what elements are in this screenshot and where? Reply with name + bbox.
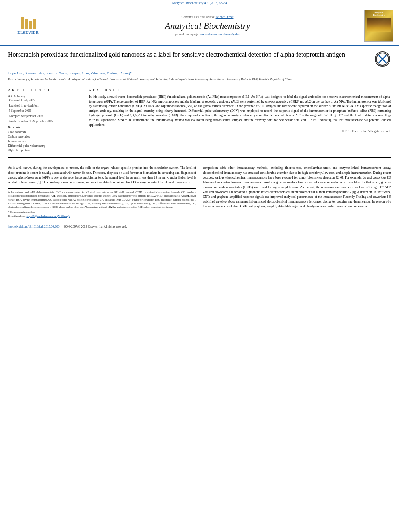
divider-2 <box>8 157 391 158</box>
homepage-label: journal homepage: <box>175 33 199 36</box>
logo-bar-4 <box>33 19 36 29</box>
main-col-right: comparison with other immunoassay method… <box>203 166 391 218</box>
crossmark-icon: CrossMark <box>375 51 390 67</box>
header-center: Contents lists available at ScienceDirec… <box>56 10 359 42</box>
divider-1 <box>8 85 391 85</box>
received-date: Received 1 July 2015 <box>9 99 82 102</box>
elsevier-text: ELSEVIER <box>17 31 39 35</box>
abstract-column: A B S T R A C T In this study, a novel t… <box>89 88 391 152</box>
journal-homepage: journal homepage: www.elsevier.com/locat… <box>175 33 240 36</box>
corresponding-note: * Corresponding author. <box>8 210 196 214</box>
crossmark: CrossMark <box>375 51 391 68</box>
elsevier-logo: ELSEVIER <box>8 15 48 37</box>
history-label: Article history: <box>8 94 82 98</box>
cover-title: AnalyticalBiochemistry <box>373 12 385 16</box>
main-col-left: As is well known, during the development… <box>8 166 196 218</box>
journal-citation: Analytical Biochemistry 491 (2015) 58–64 <box>172 1 227 5</box>
contents-label: Contents lists available at <box>182 15 215 19</box>
header-left: ELSEVIER <box>4 10 52 42</box>
sciencedirect-link[interactable]: ScienceDirect <box>216 15 234 19</box>
article-title-row: Horseradish peroxidase functionalized go… <box>8 51 391 68</box>
article-title: Horseradish peroxidase functionalized go… <box>8 51 371 59</box>
email-link[interactable]: zhyz65@mail.ahnu.edu.cn (Y. Zhang). <box>27 214 70 218</box>
page: Analytical Biochemistry 491 (2015) 58–64… <box>0 0 399 532</box>
email-note: E-mail address: zhyz65@mail.ahnu.edu.cn … <box>8 214 196 218</box>
accepted-date: Accepted 8 September 2015 <box>9 114 82 118</box>
keyword-4: Differential pulse voltammetry <box>8 144 82 148</box>
revised-form-label: Received in revised form <box>9 104 82 107</box>
authors: Jinjin Guo, Xiaowei Han, Junchun Wang, J… <box>8 71 391 76</box>
keyword-5: Alpha-fetoprotein <box>8 148 82 152</box>
abstract-text: In this study, a novel tracer, horseradi… <box>89 94 391 127</box>
article-content: Horseradish peroxidase functionalized go… <box>0 46 399 158</box>
abstract-header: A B S T R A C T <box>89 88 391 92</box>
main-text-left-p: As is well known, during the development… <box>8 166 196 185</box>
email-label: E-mail address: <box>8 214 26 218</box>
keyword-3: Immunosensor <box>8 139 82 144</box>
doi-bar: http://dx.doi.org/10.1016/j.ab.2015.09.0… <box>0 223 399 230</box>
keywords-label: Keywords: <box>8 125 82 129</box>
journal-title-header: Analytical Biochemistry <box>165 21 250 31</box>
logo-bar-2 <box>25 19 28 29</box>
homepage-link[interactable]: www.elsevier.com/locate/yabio <box>200 33 240 36</box>
doi-link[interactable]: http://dx.doi.org/10.1016/j.ab.2015.09.0… <box>8 225 60 228</box>
keyword-2: Carbon nanotubes <box>8 134 82 139</box>
keyword-1: Gold nanorods <box>8 130 82 134</box>
affiliation: Key Laboratory of Functional Molecular S… <box>8 78 391 82</box>
header: ELSEVIER Contents lists available at Sci… <box>0 6 399 46</box>
journal-cover-image: AnalyticalBiochemistry <box>364 10 393 42</box>
article-info-header: A R T I C L E I N F O <box>8 88 82 92</box>
logo-bar-1 <box>21 17 24 29</box>
contents-line: Contents lists available at ScienceDirec… <box>182 15 234 19</box>
copyright: © 2015 Elsevier Inc. All rights reserved… <box>89 129 391 133</box>
footnote-section: Abbreviations used: AFP, alpha-fetoprote… <box>8 188 196 218</box>
journal-bar: Analytical Biochemistry 491 (2015) 58–64 <box>0 0 399 6</box>
abbreviations-text: Abbreviations used: AFP, alpha-fetoprote… <box>8 190 196 208</box>
main-two-col: As is well known, during the development… <box>8 166 391 218</box>
header-right: AnalyticalBiochemistry <box>363 10 395 42</box>
issn-text: 0003-2697/© 2015 Elsevier Inc. All right… <box>64 225 127 228</box>
svg-text:CrossMark: CrossMark <box>378 64 388 66</box>
revised-date: 5 September 2015 <box>9 109 82 113</box>
main-text-area: As is well known, during the development… <box>0 161 399 223</box>
logo-bar-3 <box>29 21 32 29</box>
article-info-column: A R T I C L E I N F O Article history: R… <box>8 88 82 152</box>
available-date: Available online 16 September 2015 <box>9 119 82 123</box>
article-info-abstract: A R T I C L E I N F O Article history: R… <box>8 88 391 152</box>
